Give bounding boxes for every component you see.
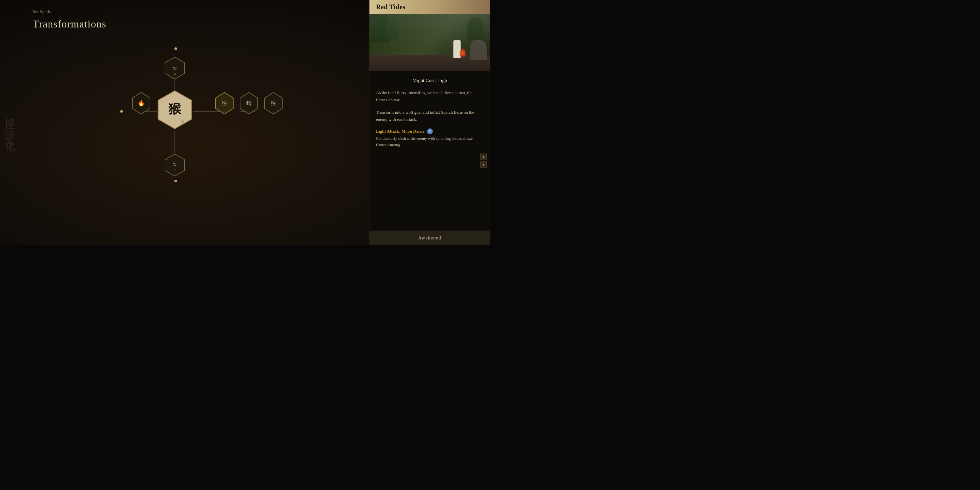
panel-content: Might Cost: High As the feral flurry int…	[369, 71, 490, 245]
scroll-up-arrow[interactable]: ▲	[480, 154, 487, 160]
x-button-icon: ✕	[427, 128, 433, 134]
panel-image	[369, 14, 490, 71]
description-2: Transform into a wolf guai and inflict S…	[376, 109, 484, 123]
svg-text:≈: ≈	[174, 168, 176, 172]
svg-text:猴: 猴	[271, 100, 276, 106]
svg-text:猴: 猴	[168, 102, 181, 116]
scroll-arrows: ▲ ▼	[480, 154, 487, 168]
scene-rock	[470, 40, 487, 60]
scene-fire	[460, 49, 466, 57]
skill-tree-svg: ≈ ≈ 🔥 猴 Ⓐ ≈ ≈ 猴 蜻 猴	[65, 33, 294, 222]
svg-text:Ⓐ: Ⓐ	[181, 120, 184, 124]
svg-text:≈: ≈	[174, 72, 176, 76]
scroll-down-arrow[interactable]: ▼	[480, 161, 487, 168]
nav-dot-left[interactable]	[120, 110, 123, 113]
breadcrumb: Set Spells	[33, 9, 51, 14]
description-1: As the feral flurry intensifies, with ea…	[376, 89, 484, 103]
might-cost: Might Cost: High	[376, 78, 484, 83]
skill-tree: ≈ ≈ 🔥 猴 Ⓐ ≈ ≈ 猴 蜻 猴	[65, 33, 294, 222]
svg-text:≈: ≈	[173, 161, 177, 168]
svg-text:蜻: 蜻	[246, 100, 251, 106]
skill-highlight: Light Attack: Moon Dance ✕	[376, 128, 484, 134]
nav-dot-top[interactable]	[175, 48, 177, 50]
skill-label: Light Attack: Moon Dance	[376, 129, 424, 134]
skill-sub-text: Continuously slash at the enemy with spi…	[376, 135, 484, 148]
page-title: Transformations	[33, 18, 106, 30]
scene-tree-3	[467, 17, 484, 40]
panel-title-bar: Red Tides	[369, 0, 490, 14]
panel-title: Red Tides	[376, 3, 484, 11]
decorative-characters: 修 法 变 化	[0, 0, 20, 245]
right-panel: Red Tides Might Cost: High As the feral …	[369, 0, 490, 245]
svg-text:猴: 猴	[222, 100, 227, 106]
awakened-label: Awakened	[418, 235, 441, 241]
svg-text:🔥: 🔥	[137, 99, 145, 107]
nav-dot-bottom[interactable]	[175, 180, 177, 182]
awakened-bar: Awakened	[369, 231, 490, 245]
scene-tree-2	[386, 19, 399, 38]
svg-text:≈: ≈	[173, 64, 177, 73]
